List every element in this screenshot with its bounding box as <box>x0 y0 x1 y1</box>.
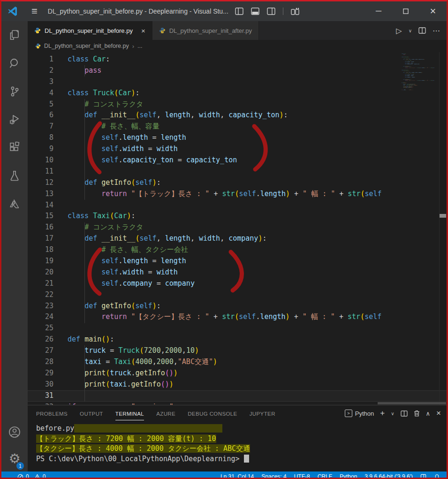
indentation[interactable]: Spaces: 4 <box>261 473 286 478</box>
new-terminal-button[interactable]: + <box>380 409 385 418</box>
python-interpreter[interactable]: 3.9.6 64-bit ('3.9.6') <box>364 473 413 478</box>
terminal-icon: > <box>345 410 352 417</box>
panel-header: PROBLEMS OUTPUT TERMINAL AZURE DEBUG CON… <box>28 405 447 421</box>
toggle-panel-icon[interactable] <box>251 8 259 15</box>
activity-bar: ⚙ 1 <box>1 21 28 471</box>
tab-close-icon[interactable]: × <box>141 27 145 35</box>
editor-tab-bar: DL_python_super_init_before.py × DL_pyth… <box>28 21 447 40</box>
run-and-debug-icon[interactable] <box>1 106 28 134</box>
terminal-cursor <box>244 455 249 463</box>
source-control-icon[interactable] <box>1 77 28 106</box>
breadcrumb-separator-icon: › <box>132 43 134 50</box>
vscode-logo-icon <box>7 6 18 17</box>
toggle-secondary-sidebar-icon[interactable] <box>267 8 275 15</box>
python-file-icon <box>34 27 41 34</box>
terminal-output[interactable]: before.py 【トラック】長さ : 7200 幅 : 2000 容量(t)… <box>28 421 447 471</box>
tab-label: DL_python_super_init_before.py <box>45 27 133 34</box>
run-python-file-button[interactable]: ▷ <box>396 26 402 35</box>
tab-jupyter[interactable]: JUPYTER <box>250 407 275 420</box>
indent-guide <box>84 65 85 76</box>
run-dropdown-chevron-icon[interactable]: ∨ <box>409 28 412 33</box>
shell-picker[interactable]: > Python <box>345 410 374 417</box>
cursor-position[interactable]: Ln 31, Col 14 <box>220 473 254 478</box>
minimap[interactable]: class Car: passclass Truck(Car): # コンストラ… <box>402 53 439 194</box>
settings-gear-icon[interactable]: ⚙ 1 <box>1 445 28 471</box>
status-bar: 0 0 Ln 31, Col 14 Spaces: 4 UTF-8 CRLF P… <box>1 471 447 478</box>
warning-count[interactable]: 0 <box>43 473 46 478</box>
breadcrumb-more[interactable]: ... <box>137 43 142 49</box>
explorer-icon[interactable] <box>1 21 28 49</box>
testing-icon[interactable] <box>1 162 28 190</box>
close-panel-icon[interactable]: × <box>436 409 441 418</box>
more-actions-icon[interactable]: ⋯ <box>433 26 440 35</box>
maximize-panel-chevron-icon[interactable]: ∧ <box>426 410 431 417</box>
breadcrumb[interactable]: DL_python_super_init_before.py › ... <box>28 40 447 52</box>
tab-azure[interactable]: AZURE <box>156 407 175 420</box>
tab-debug-console[interactable]: DEBUG CONSOLE <box>188 407 237 420</box>
tab-terminal[interactable]: TERMINAL <box>115 407 144 420</box>
tab-after-py[interactable]: DL_python_super_init_after.py <box>152 21 259 40</box>
title-bar: ≡ DL_python_super_init_before.py - Deepl… <box>1 1 447 21</box>
tab-problems[interactable]: PROBLEMS <box>36 407 68 420</box>
terminal-dropdown-chevron-icon[interactable]: ∨ <box>391 411 394 416</box>
notifications-bell-icon[interactable] <box>434 474 440 478</box>
window-title: DL_python_super_init_before.py - Deeplea… <box>48 8 228 15</box>
horizontal-scrollbar-thumb[interactable] <box>378 402 446 404</box>
split-editor-icon[interactable] <box>418 27 426 34</box>
menu-hamburger-icon[interactable]: ≡ <box>31 5 38 17</box>
minimize-button[interactable]: ─ <box>365 1 392 21</box>
vertical-scrollbar-thumb[interactable] <box>440 214 446 218</box>
tab-label: DL_python_super_init_after.py <box>169 27 252 34</box>
shell-label: Python <box>355 410 374 417</box>
maximize-button[interactable] <box>392 1 419 21</box>
encoding[interactable]: UTF-8 <box>294 473 310 478</box>
account-icon[interactable] <box>1 419 28 445</box>
search-icon[interactable] <box>1 49 28 77</box>
error-count[interactable]: 0 <box>26 473 29 478</box>
bottom-panel: PROBLEMS OUTPUT TERMINAL AZURE DEBUG CON… <box>28 405 447 471</box>
breadcrumb-file[interactable]: DL_python_super_init_before.py <box>44 43 129 49</box>
code-lines: 1class Car:2 pass34class Truck(Car):5 # … <box>28 52 447 405</box>
kill-terminal-trash-icon[interactable] <box>414 410 420 417</box>
python-file-icon <box>159 27 166 34</box>
azure-icon[interactable] <box>1 190 28 218</box>
python-file-icon <box>35 43 41 49</box>
indent-guide <box>84 99 85 200</box>
eol-sequence[interactable]: CRLF <box>318 473 332 478</box>
tab-output[interactable]: OUTPUT <box>80 407 103 420</box>
warnings-icon[interactable] <box>34 474 40 478</box>
tab-before-py[interactable]: DL_python_super_init_before.py × <box>28 21 152 40</box>
indent-guide <box>84 345 85 402</box>
customize-layout-icon[interactable] <box>291 8 299 15</box>
indent-guide <box>84 222 85 323</box>
language-mode[interactable]: Python <box>340 473 357 478</box>
split-terminal-icon[interactable] <box>401 411 408 417</box>
extensions-icon[interactable] <box>1 134 28 162</box>
vscode-window: ≡ DL_python_super_init_before.py - Deepl… <box>0 0 448 479</box>
errors-icon[interactable] <box>17 474 23 478</box>
toggle-sidebar-icon[interactable] <box>235 8 243 15</box>
titlebar-separator <box>283 8 283 15</box>
settings-badge: 1 <box>16 462 24 470</box>
layout-status-icon[interactable] <box>420 474 426 478</box>
close-button[interactable]: × <box>419 1 447 21</box>
code-editor[interactable]: 1class Car:2 pass34class Truck(Car):5 # … <box>28 52 447 405</box>
vertical-scrollbar[interactable] <box>439 52 447 405</box>
